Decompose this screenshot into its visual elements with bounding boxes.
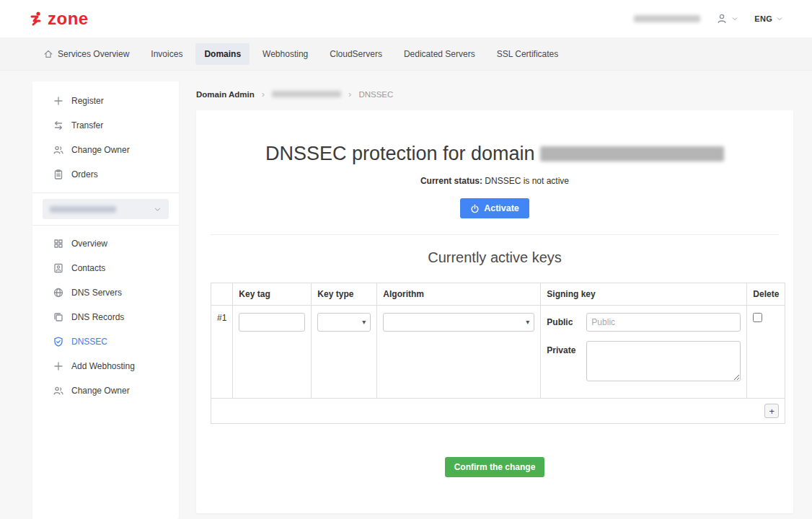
sidebar-divider: [32, 192, 179, 193]
divider: [211, 234, 779, 235]
grid-icon: [53, 238, 64, 249]
nav-label: Dedicated Servers: [404, 49, 475, 59]
power-icon: [470, 204, 480, 213]
clipboard-icon: [53, 169, 64, 180]
col-key-tag: Key tag: [233, 283, 312, 306]
selected-domain-redacted: [50, 206, 116, 213]
chevron-down-icon: [154, 205, 162, 213]
sidebar-item-dns-servers[interactable]: DNS Servers: [32, 280, 179, 305]
sidebar-item-label: DNSSEC: [71, 337, 107, 347]
records-icon: [53, 311, 64, 323]
sidebar-item-label: Contacts: [71, 263, 105, 273]
breadcrumb-separator: ›: [262, 89, 265, 99]
sidebar-item-orders[interactable]: Orders: [32, 162, 179, 187]
sidebar-item-change-owner-2[interactable]: Change Owner: [32, 378, 179, 403]
nav-label: Webhosting: [262, 49, 308, 59]
domain-selector[interactable]: [43, 199, 169, 219]
nav-label: Services Overview: [58, 49, 129, 59]
nav-item-services-overview[interactable]: Services Overview: [35, 43, 138, 65]
language-menu[interactable]: ENG: [754, 14, 783, 23]
sidebar-item-label: Change Owner: [71, 145, 130, 155]
sidebar-item-label: Add Webhosting: [71, 361, 135, 371]
activate-button-label: Activate: [484, 203, 519, 213]
sidebar-item-change-owner[interactable]: Change Owner: [32, 138, 179, 162]
sidebar-item-contacts[interactable]: Contacts: [32, 256, 179, 280]
users-icon: [53, 385, 64, 396]
sidebar-item-overview[interactable]: Overview: [32, 231, 179, 256]
plus-icon: [53, 95, 64, 107]
sidebar-item-label: Register: [71, 96, 104, 106]
sidebar-item-dns-records[interactable]: DNS Records: [32, 305, 179, 329]
sidebar-item-dnssec[interactable]: DNSSEC: [32, 329, 179, 354]
zone-logo[interactable]: zone: [29, 9, 89, 29]
table-header-row: Key tag Key type Algorithm Signing key D…: [211, 283, 785, 306]
breadcrumb: Domain Admin › › DNSSEC: [196, 89, 393, 99]
table-row: #1 Public Private: [211, 306, 785, 399]
sidebar-item-label: Orders: [71, 169, 98, 179]
nav-label: SSL Certificates: [497, 49, 559, 59]
table-footer-row: +: [211, 399, 785, 424]
sidebar-item-transfer[interactable]: Transfer: [32, 113, 179, 138]
nav-label: Invoices: [151, 49, 182, 59]
confirm-button[interactable]: Confirm the change: [445, 457, 545, 477]
sidebar-item-label: Transfer: [71, 120, 103, 130]
person-icon: [716, 13, 728, 25]
sidebar-item-label: DNS Servers: [71, 288, 122, 298]
private-key-textarea[interactable]: [586, 341, 741, 381]
chevron-down-icon: [776, 15, 783, 22]
public-key-label: Public: [547, 313, 579, 332]
col-algorithm: Algorithm: [377, 283, 541, 306]
private-key-label: Private: [547, 341, 579, 381]
nav-item-invoices[interactable]: Invoices: [142, 43, 191, 65]
sidebar-item-label: DNS Records: [71, 312, 124, 322]
logo-text: zone: [48, 9, 89, 29]
sidebar-divider: [32, 225, 179, 226]
shield-icon: [53, 336, 64, 347]
chevron-down-icon: [731, 15, 738, 22]
key-type-select[interactable]: [317, 313, 371, 332]
domain-name-redacted: [540, 146, 724, 161]
nav-item-domains[interactable]: Domains: [195, 43, 250, 65]
nav-item-ssl-certificates[interactable]: SSL Certificates: [488, 43, 568, 65]
status-label: Current status:: [420, 176, 482, 186]
breadcrumb-domain-admin[interactable]: Domain Admin: [196, 90, 255, 99]
nav-item-webhosting[interactable]: Webhosting: [254, 43, 317, 65]
keys-table: Key tag Key type Algorithm Signing key D…: [211, 283, 785, 424]
users-icon: [53, 144, 64, 156]
dnssec-card: DNSSEC protection for domain Current sta…: [196, 110, 793, 513]
col-signing-key: Signing key: [541, 283, 747, 306]
sidebar-item-label: Overview: [71, 239, 107, 249]
username-redacted: [634, 15, 700, 22]
sidebar-item-register[interactable]: Register: [32, 89, 179, 113]
add-key-button[interactable]: +: [764, 404, 779, 418]
transfer-icon: [53, 120, 64, 131]
breadcrumb-domain-redacted[interactable]: [272, 91, 341, 97]
delete-checkbox[interactable]: [753, 313, 762, 322]
algorithm-select[interactable]: [383, 313, 534, 332]
key-tag-input[interactable]: [239, 313, 305, 332]
nav-label: CloudServers: [330, 49, 382, 59]
row-index: #1: [211, 306, 233, 399]
col-index: [211, 283, 233, 306]
public-key-input[interactable]: [586, 313, 741, 332]
keys-heading: Currently active keys: [211, 249, 779, 266]
account-menu[interactable]: [716, 13, 738, 25]
page-title: DNSSEC protection for domain: [211, 143, 779, 165]
col-delete: Delete: [747, 283, 785, 306]
activate-button[interactable]: Activate: [460, 198, 529, 218]
plus-icon: [53, 360, 64, 372]
nav-label: Domains: [204, 49, 241, 59]
nav-item-cloudservers[interactable]: CloudServers: [321, 43, 391, 65]
sidebar-item-label: Change Owner: [71, 386, 130, 396]
zone-runner-icon: [29, 11, 45, 27]
contact-icon: [53, 262, 64, 274]
col-key-type: Key type: [312, 283, 377, 306]
main-nav: Services Overview Invoices Domains Webho…: [0, 37, 812, 71]
status-value: DNSSEC is not active: [485, 176, 569, 186]
language-label: ENG: [754, 14, 772, 23]
sidebar-item-add-webhosting[interactable]: Add Webhosting: [32, 354, 179, 378]
nav-item-dedicated-servers[interactable]: Dedicated Servers: [395, 43, 484, 65]
home-icon: [43, 49, 53, 59]
globe-icon: [53, 287, 64, 298]
sidebar: Register Transfer Change Owner Orders Ov…: [32, 81, 179, 519]
